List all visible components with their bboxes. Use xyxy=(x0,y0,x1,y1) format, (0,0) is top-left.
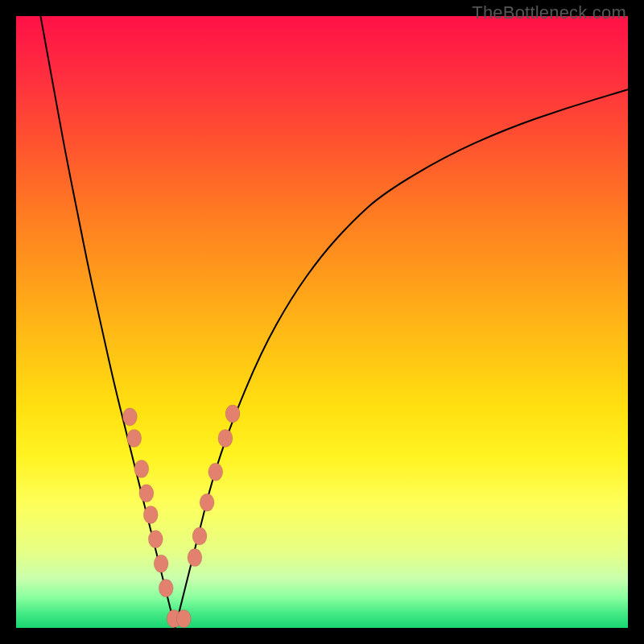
data-marker xyxy=(127,429,142,447)
data-marker xyxy=(159,580,173,597)
data-marker xyxy=(200,493,214,511)
marker-layer xyxy=(16,16,628,628)
data-marker xyxy=(208,463,223,481)
data-marker xyxy=(218,429,233,447)
chart-container: TheBottleneck.com xyxy=(0,0,644,644)
data-marker xyxy=(122,408,137,426)
data-marker xyxy=(134,460,149,477)
data-marker xyxy=(139,485,154,502)
data-marker xyxy=(192,527,207,545)
data-marker xyxy=(148,530,163,548)
data-marker xyxy=(154,555,168,572)
data-marker xyxy=(143,506,158,523)
attribution-label: TheBottleneck.com xyxy=(472,2,626,23)
data-marker xyxy=(176,610,191,628)
marker-group xyxy=(122,405,240,628)
data-marker xyxy=(188,549,202,567)
data-marker xyxy=(225,405,240,423)
